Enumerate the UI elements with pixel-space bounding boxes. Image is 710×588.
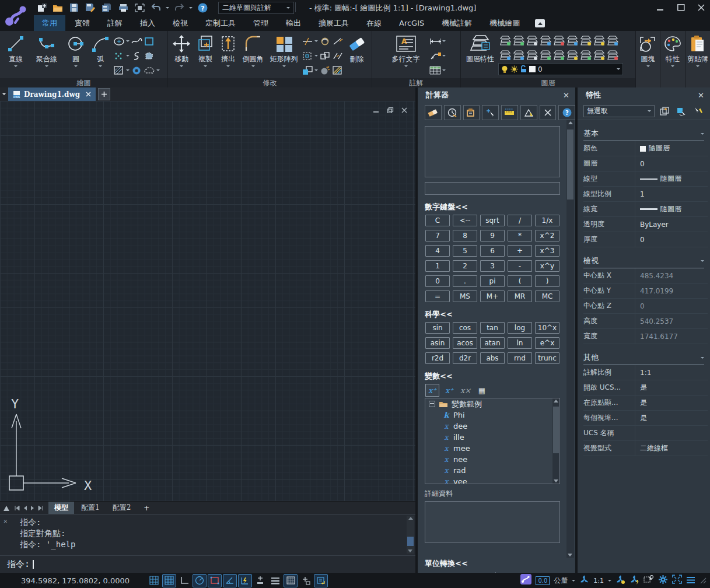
fullscreen-icon[interactable] [672, 575, 682, 586]
command-input[interactable]: 指令: [0, 555, 415, 573]
calc-key[interactable]: MC [535, 290, 559, 302]
section-misc[interactable]: 其他 [583, 352, 704, 365]
calc-key[interactable]: e^x [535, 337, 559, 349]
section-view[interactable]: 檢視 [583, 256, 704, 268]
variable-item[interactable]: xnee [425, 454, 559, 465]
copy-button[interactable]: 複製 [194, 33, 217, 67]
new-variable-icon[interactable]: x⁺ [425, 384, 439, 397]
command-history[interactable]: ✕ 指令: 指定對角點: 指令: '_help [0, 514, 415, 555]
calc-key[interactable]: 0 [425, 275, 450, 287]
property-row[interactable]: 圖層0 [583, 156, 708, 172]
variable-item[interactable]: xrad [425, 465, 559, 476]
calc-key[interactable]: trunc [535, 352, 559, 364]
annotation-monitor-toggle[interactable] [299, 574, 313, 587]
gear-icon[interactable] [658, 575, 668, 587]
doc-close-icon[interactable] [401, 104, 407, 116]
calc-key[interactable]: ln [508, 337, 532, 349]
polyline-button[interactable]: 聚合線 [30, 33, 63, 67]
last-layout-icon[interactable] [38, 505, 44, 511]
calc-key[interactable]: x^3 [535, 245, 559, 257]
spline-icon[interactable] [131, 36, 142, 47]
tab-mech-draw[interactable]: 機械繪圖 [481, 15, 528, 31]
calc-key[interactable]: MR [508, 290, 532, 302]
coordinates-readout[interactable]: 394.5982, 175.0802, 0.0000 [21, 576, 130, 585]
transparency-toggle[interactable] [284, 574, 298, 587]
pick-point-icon[interactable] [482, 105, 499, 120]
property-row[interactable]: 視覺型式二維線框 [583, 441, 708, 456]
calculator-input-box[interactable] [425, 182, 560, 195]
chevron-down-icon[interactable] [646, 65, 650, 67]
save-icon[interactable] [68, 2, 81, 13]
calc-key[interactable]: acos [453, 337, 477, 349]
minimize-button[interactable] [657, 2, 664, 13]
mtext-button[interactable]: A 多行文字 [387, 33, 425, 67]
layer-tool-icon[interactable] [592, 33, 606, 47]
rect-array-button[interactable]: 矩形陣列 [267, 33, 300, 67]
calc-key[interactable]: asin [425, 337, 450, 349]
angle-snap-toggle[interactable] [223, 574, 237, 587]
layer-tool-icon[interactable] [552, 47, 565, 62]
tab-online[interactable]: 在線 [358, 15, 390, 31]
print-preview-icon[interactable] [133, 2, 146, 13]
app-mini-logo-icon[interactable] [520, 574, 531, 587]
tab-express-tools[interactable]: 擴展工具 [310, 15, 357, 31]
variables-section-header[interactable]: 變數<< [425, 371, 575, 382]
clear-icon[interactable] [425, 105, 442, 120]
quick-select-icon[interactable] [657, 105, 671, 117]
chevron-down-icon[interactable] [314, 69, 318, 71]
chevron-down-icon[interactable] [251, 65, 255, 67]
panel-label-draw[interactable]: 繪圖 [0, 78, 167, 88]
auto-scale-icon[interactable] [629, 575, 639, 587]
section-basic[interactable]: 基本 [583, 128, 704, 141]
variable-item[interactable]: kPhi [425, 410, 559, 421]
panel-label-annotate[interactable]: 註解 [372, 78, 460, 88]
save-as-icon[interactable] [84, 2, 97, 13]
layer-tool-icon[interactable] [565, 47, 579, 62]
calc-key[interactable]: 3 [480, 260, 505, 272]
tab-annotate[interactable]: 註解 [99, 15, 131, 31]
units-label[interactable]: 公釐 [554, 576, 568, 586]
move-button[interactable]: 移動 [170, 33, 193, 67]
stretch-button[interactable]: 擠出 [218, 33, 238, 67]
open-file-icon[interactable] [51, 2, 64, 13]
details-box[interactable] [425, 501, 560, 543]
calc-key[interactable]: abs [480, 352, 505, 364]
delete-icon[interactable] [540, 105, 557, 120]
layout-tab-model[interactable]: 模型 [48, 502, 74, 514]
save-all-icon[interactable] [100, 2, 113, 13]
hatch-icon[interactable] [113, 65, 125, 76]
calc-key[interactable]: . [453, 275, 477, 287]
calc-key[interactable]: d2r [453, 352, 477, 364]
tab-output[interactable]: 輸出 [278, 15, 309, 31]
layer-dropdown[interactable]: 0 [498, 63, 623, 75]
calculator-history-box[interactable] [425, 126, 560, 177]
close-tab-icon[interactable] [86, 92, 91, 97]
variable-item[interactable]: xille [425, 432, 559, 443]
annotation-visibility-icon[interactable] [615, 575, 625, 587]
ribbon-collapse-button[interactable] [535, 19, 545, 27]
table-icon[interactable] [429, 65, 441, 76]
property-row[interactable]: 顏色隨圖層 [583, 141, 708, 156]
calc-help-icon[interactable]: ? [558, 105, 575, 120]
calc-key[interactable]: - [508, 260, 532, 272]
layer-tool-icon[interactable] [498, 47, 512, 62]
tab-view[interactable]: 檢視 [165, 15, 196, 31]
variable-item[interactable]: xvee [425, 476, 559, 484]
units-chevron-icon[interactable] [572, 580, 575, 582]
doc-list-chevron-icon[interactable] [0, 93, 8, 95]
calc-key[interactable]: 5 [453, 245, 477, 257]
undo-dropdown-icon[interactable] [166, 7, 169, 9]
block-button[interactable]: 圖塊 [636, 33, 660, 67]
calc-key[interactable]: 9 [480, 230, 505, 242]
chevron-down-icon[interactable] [696, 65, 699, 67]
first-layout-icon[interactable] [14, 505, 20, 511]
toggle-pickadd-icon[interactable] [674, 105, 688, 117]
layer-tool-icon[interactable] [592, 47, 606, 62]
chevron-down-icon[interactable] [14, 65, 18, 67]
calculator-close-icon[interactable]: ✕ [563, 91, 569, 100]
property-row[interactable]: 線型比例1 [583, 187, 708, 202]
document-tab[interactable]: DWG Drawing1.dwg [8, 88, 96, 101]
chevron-down-icon[interactable] [126, 55, 130, 57]
calc-key[interactable]: / [508, 215, 532, 226]
maximize-button[interactable] [677, 2, 685, 13]
